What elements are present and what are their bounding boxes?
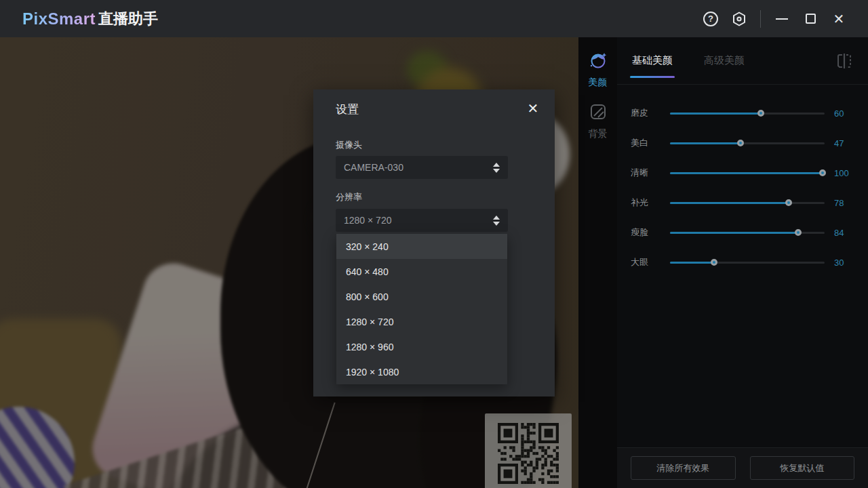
resolution-option[interactable]: 1280 × 960 <box>336 334 507 359</box>
slider-track[interactable] <box>670 142 825 144</box>
slider-row-big-eyes: 大眼 30 <box>631 247 854 277</box>
spinner-arrows-icon <box>493 163 500 173</box>
rail-label-background: 背景 <box>589 128 608 140</box>
slider-handle[interactable] <box>737 140 744 146</box>
app-logo: PixSmart 直播助手 <box>22 9 158 29</box>
clear-all-effects-button[interactable]: 清除所有效果 <box>631 456 736 480</box>
slider-handle[interactable] <box>785 199 792 206</box>
slider-list: 磨皮 60 美白 47 清晰 100 补光 78 瘦脸 <box>617 85 868 277</box>
resolution-option[interactable]: 640 × 480 <box>336 259 507 284</box>
help-icon: ? <box>703 12 718 26</box>
slider-label: 磨皮 <box>631 107 670 119</box>
rail-item-beauty[interactable]: 美颜 <box>587 49 609 89</box>
close-button[interactable]: ✕ <box>825 0 853 37</box>
slider-track[interactable] <box>670 232 825 234</box>
minimize-button[interactable] <box>768 0 796 37</box>
background-icon <box>587 101 609 123</box>
slider-label: 美白 <box>631 137 670 149</box>
resolution-field-label: 分辨率 <box>336 191 362 203</box>
tab-basic-beauty[interactable]: 基础美颜 <box>632 37 673 85</box>
slider-row-smooth-skin: 磨皮 60 <box>631 98 854 128</box>
slider-value: 47 <box>834 138 854 148</box>
slider-track[interactable] <box>670 172 825 174</box>
slider-label: 清晰 <box>631 167 670 179</box>
minimize-icon <box>776 18 788 20</box>
logo-suffix-text: 直播助手 <box>98 9 158 29</box>
slider-label: 补光 <box>631 197 670 209</box>
slider-value: 60 <box>834 108 854 119</box>
slider-value: 30 <box>834 258 854 268</box>
resolution-dropdown-list: 320 × 240 640 × 480 800 × 600 868 × 488… <box>336 234 507 384</box>
slider-row-slim-face: 瘦脸 84 <box>631 218 854 247</box>
slider-track[interactable] <box>670 113 825 115</box>
slider-row-fill-light: 补光 78 <box>631 188 854 218</box>
logo-brand-text: PixSmart <box>22 9 96 28</box>
slider-value: 78 <box>834 198 854 208</box>
compare-icon[interactable] <box>835 52 853 70</box>
maximize-button[interactable] <box>796 0 825 37</box>
panel-tabstrip: 基础美颜 高级美颜 <box>617 37 868 85</box>
maximize-icon <box>806 14 816 24</box>
resolution-select[interactable]: 868 × 488 <box>336 209 508 232</box>
resolution-select-value: 868 × 488 <box>344 215 391 226</box>
resolution-option[interactable]: 800 × 600 <box>336 284 507 309</box>
modal-title: 设置 <box>336 102 359 117</box>
slider-handle[interactable] <box>819 169 826 176</box>
slider-handle[interactable] <box>757 110 764 117</box>
rail-item-background[interactable]: 背景 <box>587 101 609 140</box>
restore-defaults-button[interactable]: 恢复默认值 <box>750 456 855 480</box>
beauty-panel: 基础美颜 高级美颜 磨皮 60 美白 47 清晰 100 <box>617 37 868 488</box>
help-button[interactable]: ? <box>696 0 725 37</box>
slider-row-whitening: 美白 47 <box>631 128 854 158</box>
slider-row-clarity: 清晰 100 <box>631 158 854 188</box>
camera-select-value: CAMERA-030 <box>344 162 403 173</box>
camera-field-label: 摄像头 <box>336 139 362 151</box>
close-icon: ✕ <box>528 100 539 117</box>
slider-track[interactable] <box>670 262 825 264</box>
slider-value: 84 <box>834 228 854 238</box>
titlebar-separator <box>760 10 761 28</box>
slider-label: 瘦脸 <box>631 226 670 239</box>
beauty-face-icon <box>587 49 609 71</box>
rail-label-beauty: 美颜 <box>589 77 608 89</box>
resolution-option[interactable]: 1920 × 1080 <box>336 359 507 384</box>
tab-advanced-beauty[interactable]: 高级美颜 <box>704 37 745 85</box>
camera-select[interactable]: CAMERA-030 <box>336 156 508 179</box>
slider-handle[interactable] <box>795 229 802 236</box>
gear-icon <box>731 11 747 27</box>
slider-handle[interactable] <box>711 259 717 266</box>
slider-track[interactable] <box>670 202 825 204</box>
titlebar-controls: ? ✕ <box>696 0 853 37</box>
spinner-arrows-icon <box>493 216 500 226</box>
slider-value: 100 <box>834 168 854 178</box>
titlebar: PixSmart 直播助手 ? ✕ <box>0 0 868 37</box>
modal-close-button[interactable]: ✕ <box>524 99 542 118</box>
settings-button[interactable] <box>725 0 753 37</box>
settings-modal: 设置 ✕ 摄像头 CAMERA-030 分辨率 868 × 488 320 ×… <box>313 89 555 396</box>
panel-bottombar: 清除所有效果 恢复默认值 <box>617 447 868 488</box>
slider-label: 大眼 <box>631 256 670 268</box>
resolution-option[interactable]: 868 × 488 <box>336 309 507 334</box>
feature-rail: 美颜 背景 <box>578 37 617 488</box>
close-icon: ✕ <box>833 12 845 26</box>
resolution-option[interactable]: 320 × 240 <box>336 234 507 259</box>
